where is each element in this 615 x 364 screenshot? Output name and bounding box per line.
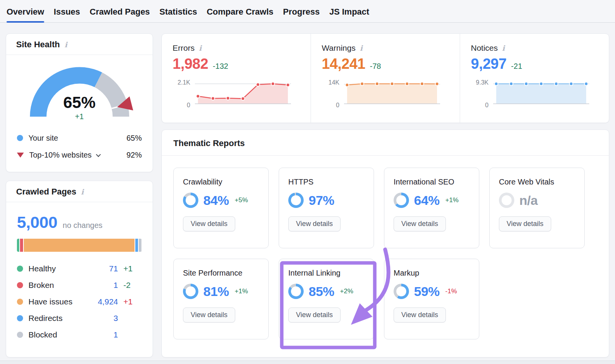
thematic-reports-panel: Thematic Reports Crawlability 84% +5% Vi… <box>161 130 609 357</box>
markup-score: 59% <box>414 284 440 299</box>
crawled-pages-card: Crawled Pages i 5,000 no changes Healthy… <box>6 181 153 357</box>
internal-linking-donut-chart <box>288 284 304 299</box>
top10-label[interactable]: Top-10% websites <box>29 151 91 160</box>
view-details-button[interactable]: View details <box>288 216 341 231</box>
legend-row-redirects: Redirects 3 <box>17 310 142 326</box>
warnings-y-axis: 14K0 <box>322 81 343 107</box>
have-issues-dot-icon <box>17 299 23 305</box>
bar-segment-have-issues <box>24 239 135 252</box>
tab-compare-crawls[interactable]: Compare Crawls <box>207 5 274 22</box>
warnings-delta: -78 <box>370 62 381 71</box>
site-health-score-delta: +1 <box>23 112 136 121</box>
thematic-card-https: HTTPS 97% View details <box>279 168 374 248</box>
info-icon[interactable]: i <box>64 41 68 48</box>
site-health-score: 65% <box>23 95 136 111</box>
bar-segment-broken <box>20 239 23 252</box>
international-seo-delta: +1% <box>445 196 459 204</box>
issues-summary-panel: Errors i 1,982 -132 2.1K0 Warnings i 14,… <box>161 33 609 123</box>
errors-title: Errors <box>173 43 194 53</box>
redirects-dot-icon <box>17 315 23 321</box>
healthy-count[interactable]: 71 <box>109 264 118 273</box>
thematic-card-core-web-vitals: Core Web Vitals n/a View details <box>489 168 585 248</box>
thematic-card-international-seo: International SEO 64% +1% View details <box>384 168 479 248</box>
tab-overview[interactable]: Overview <box>7 5 44 22</box>
have-issues-count[interactable]: 4,924 <box>98 297 118 306</box>
site-performance-delta: +1% <box>235 288 248 295</box>
crawled-pages-stacked-bar <box>17 239 142 252</box>
view-details-button[interactable]: View details <box>288 307 341 322</box>
site-performance-donut-chart <box>183 284 198 299</box>
thematic-card-internal-linking: Internal Linking 85% +2% View details <box>279 259 374 339</box>
top10-value: 92% <box>126 151 142 160</box>
broken-dot-icon <box>17 282 23 288</box>
your-site-label: Your site <box>28 134 58 143</box>
site-health-card: Site Health i 65% +1 Your site 65% Top-1… <box>6 33 153 172</box>
thematic-reports-title: Thematic Reports <box>173 138 245 148</box>
international-seo-score: 64% <box>414 193 440 208</box>
tab-progress[interactable]: Progress <box>283 5 319 22</box>
internal-linking-score: 85% <box>309 284 334 299</box>
internal-linking-delta: +2% <box>340 288 354 295</box>
warnings-count: 14,241 <box>322 56 365 72</box>
legend-row-blocked: Blocked 1 <box>17 326 142 343</box>
info-icon[interactable]: i <box>359 45 363 52</box>
markup-donut-chart <box>394 284 409 299</box>
errors-count: 1,982 <box>173 56 208 72</box>
errors-delta: -132 <box>213 62 228 71</box>
legend-row-healthy: Healthy 71 +1 <box>17 260 142 277</box>
site-performance-score: 81% <box>203 284 229 299</box>
view-details-button[interactable]: View details <box>183 216 235 231</box>
report-tab-bar: Overview Issues Crawled Pages Statistics… <box>0 0 615 23</box>
notices-title: Notices <box>471 43 498 53</box>
tab-statistics[interactable]: Statistics <box>160 5 197 22</box>
warnings-section: Warnings i 14,241 -78 14K0 <box>311 34 460 123</box>
page-bottom-strip <box>0 361 615 364</box>
crawled-pages-total[interactable]: 5,000 <box>17 213 57 232</box>
bar-segment-blocked <box>139 239 141 252</box>
info-icon[interactable]: i <box>198 45 202 52</box>
thematic-card-markup: Markup 59% -1% View details <box>384 259 479 339</box>
crawled-pages-title: Crawled Pages <box>16 187 76 197</box>
errors-y-axis: 2.1K0 <box>173 81 194 107</box>
legend-row-broken: Broken 1 -2 <box>17 277 142 293</box>
notices-trend-chart <box>492 81 589 107</box>
broken-count[interactable]: 1 <box>113 281 118 290</box>
crawlability-score: 84% <box>203 193 229 208</box>
crawled-pages-note: no changes <box>63 221 102 230</box>
chevron-down-icon[interactable] <box>96 152 101 157</box>
core-web-vitals-score: n/a <box>519 193 538 208</box>
blocked-count[interactable]: 1 <box>113 330 118 339</box>
tab-js-impact[interactable]: JS Impact <box>329 5 369 22</box>
thematic-card-site-performance: Site Performance 81% +1% View details <box>173 259 269 339</box>
blocked-dot-icon <box>17 332 23 338</box>
bar-segment-healthy <box>17 239 19 252</box>
info-icon[interactable]: i <box>80 188 85 196</box>
https-score: 97% <box>309 193 334 208</box>
info-icon[interactable]: i <box>501 45 505 52</box>
view-details-button[interactable]: View details <box>499 216 551 231</box>
core-web-vitals-donut-chart <box>499 193 514 208</box>
errors-section: Errors i 1,982 -132 2.1K0 <box>162 34 311 123</box>
warnings-trend-chart <box>343 81 440 107</box>
your-site-dot-icon <box>17 135 23 141</box>
view-details-button[interactable]: View details <box>394 307 446 322</box>
view-details-button[interactable]: View details <box>394 216 446 231</box>
legend-row-your-site: Your site 65% <box>17 130 142 146</box>
errors-trend-chart <box>194 81 291 107</box>
healthy-delta: +1 <box>118 264 142 273</box>
legend-row-have-issues: Have issues 4,924 +1 <box>17 293 142 310</box>
benchmark-triangle-icon <box>17 153 24 158</box>
crawlability-delta: +5% <box>235 196 248 204</box>
bar-segment-redirects <box>135 239 138 252</box>
site-health-title: Site Health <box>16 40 60 50</box>
view-details-button[interactable]: View details <box>183 307 235 322</box>
redirects-count[interactable]: 3 <box>113 314 118 323</box>
site-health-gauge: 65% +1 <box>23 63 136 120</box>
notices-delta: -21 <box>511 62 522 71</box>
have-issues-delta: +1 <box>118 297 142 306</box>
tab-issues[interactable]: Issues <box>54 5 80 22</box>
notices-section: Notices i 9,297 -21 9.3K0 <box>460 34 609 123</box>
tab-crawled-pages[interactable]: Crawled Pages <box>90 5 150 22</box>
crawlability-donut-chart <box>183 193 198 208</box>
healthy-dot-icon <box>17 266 23 272</box>
